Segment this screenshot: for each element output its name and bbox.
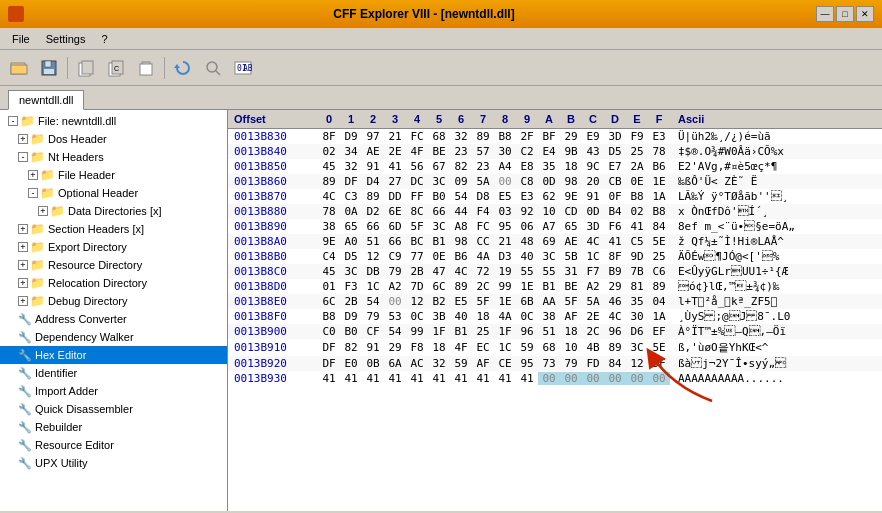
hex-byte[interactable]: E0 <box>340 357 362 370</box>
hex-byte[interactable]: B9 <box>604 265 626 278</box>
hex-byte[interactable]: 03 <box>494 205 516 218</box>
hex-byte[interactable]: 96 <box>604 325 626 338</box>
hex-byte[interactable]: 4C <box>582 235 604 248</box>
hex-byte[interactable]: 1F <box>428 325 450 338</box>
hex-byte[interactable]: A8 <box>450 220 472 233</box>
hex-byte[interactable]: F3 <box>340 280 362 293</box>
hex-byte[interactable]: 00 <box>384 295 406 308</box>
hex-byte[interactable]: 65 <box>340 220 362 233</box>
hex-byte[interactable]: 41 <box>384 372 406 385</box>
hex-byte[interactable]: 9C <box>582 160 604 173</box>
expand-icon[interactable]: + <box>18 296 28 306</box>
hex-byte[interactable]: 0C <box>516 310 538 323</box>
hex-byte[interactable]: 5A <box>582 295 604 308</box>
hex-byte[interactable]: E5 <box>494 190 516 203</box>
hex-byte[interactable]: F8 <box>406 341 428 354</box>
hex-byte[interactable]: AC <box>406 357 428 370</box>
hex-byte[interactable]: 00 <box>538 372 560 385</box>
menu-file[interactable]: File <box>4 31 38 47</box>
hex-byte[interactable]: 20 <box>582 175 604 188</box>
close-button[interactable]: ✕ <box>856 6 874 22</box>
hex-byte[interactable]: 2B <box>406 265 428 278</box>
hex-byte[interactable]: 0E <box>428 250 450 263</box>
hex-byte[interactable]: 9F <box>648 357 670 370</box>
hex-byte[interactable]: B8 <box>648 205 670 218</box>
hex-byte[interactable]: 45 <box>318 265 340 278</box>
hex-byte[interactable]: 5F <box>406 220 428 233</box>
hex-byte[interactable]: 98 <box>450 235 472 248</box>
hex-byte[interactable]: 32 <box>340 160 362 173</box>
hex-byte[interactable]: 5F <box>560 295 582 308</box>
hex-byte[interactable]: 7D <box>406 280 428 293</box>
hex-byte[interactable]: E5 <box>450 295 472 308</box>
expand-icon[interactable]: + <box>38 206 48 216</box>
hex-byte[interactable]: 92 <box>516 205 538 218</box>
expand-icon[interactable]: + <box>18 278 28 288</box>
hex-byte[interactable]: FF <box>406 190 428 203</box>
hex-byte[interactable]: 84 <box>604 357 626 370</box>
hex-byte[interactable]: 6C <box>428 280 450 293</box>
tree-rebuilder[interactable]: 🔧 Rebuilder <box>0 418 227 436</box>
hex-byte[interactable]: BE <box>428 145 450 158</box>
hex-byte[interactable]: 54 <box>384 325 406 338</box>
hex-byte[interactable]: 73 <box>538 357 560 370</box>
hex-byte[interactable]: A2 <box>384 280 406 293</box>
hex-byte[interactable]: C2 <box>516 145 538 158</box>
hex-byte[interactable]: A2 <box>582 280 604 293</box>
hex-byte[interactable]: 79 <box>560 357 582 370</box>
hex-byte[interactable]: E3 <box>516 190 538 203</box>
hex-byte[interactable]: AA <box>538 295 560 308</box>
hex-byte[interactable]: E8 <box>516 160 538 173</box>
hex-byte[interactable]: 0D <box>582 205 604 218</box>
hex-byte[interactable]: A0 <box>340 235 362 248</box>
hex-byte[interactable]: D6 <box>626 325 648 338</box>
hex-byte[interactable]: 41 <box>362 372 384 385</box>
hex-byte[interactable]: 4C <box>318 190 340 203</box>
hex-bytes-cell[interactable]: 6C2B540012B2E55F1E6BAA5F5A463504 <box>318 295 670 308</box>
hex-byte[interactable]: 9E <box>318 235 340 248</box>
hex-byte[interactable]: 18 <box>560 160 582 173</box>
hex-bytes-cell[interactable]: 453CDB792B474C7219555531F7B97BC6 <box>318 265 670 278</box>
hex-byte[interactable]: 0C <box>406 310 428 323</box>
expand-icon[interactable]: - <box>8 116 18 126</box>
hex-byte[interactable]: 89 <box>318 175 340 188</box>
hex-byte[interactable]: 78 <box>648 145 670 158</box>
hex-bytes-cell[interactable]: C0B0CF54991FB1251F9651182C96D6EF <box>318 325 670 338</box>
expand-icon[interactable]: + <box>28 170 38 180</box>
hex-byte[interactable]: BF <box>538 130 560 143</box>
hex-byte[interactable]: B4 <box>604 205 626 218</box>
hex-byte[interactable]: B8 <box>318 310 340 323</box>
hex-byte[interactable]: E4 <box>538 145 560 158</box>
hex-byte[interactable]: 56 <box>406 160 428 173</box>
hex-byte[interactable]: 43 <box>582 145 604 158</box>
hex-byte[interactable]: 10 <box>560 341 582 354</box>
hex-byte[interactable]: 2B <box>340 295 362 308</box>
hex-byte[interactable]: B6 <box>648 160 670 173</box>
hex-byte[interactable]: 6D <box>384 220 406 233</box>
hex-byte[interactable]: CD <box>560 205 582 218</box>
hex-byte[interactable]: 04 <box>648 295 670 308</box>
menu-help[interactable]: ? <box>93 31 115 47</box>
hex-byte[interactable]: 91 <box>362 160 384 173</box>
hex-byte[interactable]: A4 <box>494 160 516 173</box>
hex-byte[interactable]: B0 <box>428 190 450 203</box>
hex-byte[interactable]: C3 <box>340 190 362 203</box>
hex-byte[interactable]: D9 <box>340 310 362 323</box>
tree-hex-editor[interactable]: 🔧 Hex Editor <box>0 346 227 364</box>
hex-byte[interactable]: 41 <box>604 235 626 248</box>
hex-byte[interactable]: B6 <box>450 250 472 263</box>
hex-byte[interactable]: 18 <box>428 341 450 354</box>
hex-bytes-cell[interactable]: DF829129F8184FEC1C5968104B893C5E <box>318 341 670 354</box>
hex-byte[interactable]: 89 <box>472 130 494 143</box>
hex-byte[interactable]: 55 <box>538 265 560 278</box>
open-button[interactable] <box>5 54 33 82</box>
hex-byte[interactable]: 00 <box>626 372 648 385</box>
hex-byte[interactable]: 00 <box>494 175 516 188</box>
hex-byte[interactable]: 54 <box>362 295 384 308</box>
hex-byte[interactable]: 82 <box>340 341 362 354</box>
tree-section-headers[interactable]: + 📁 Section Headers [x] <box>0 220 227 238</box>
hex-bytes-cell[interactable]: 89DFD427DC3C095A00C80D9820CB0E1E <box>318 175 670 188</box>
menu-settings[interactable]: Settings <box>38 31 94 47</box>
tree-export-directory[interactable]: + 📁 Export Directory <box>0 238 227 256</box>
hex-bytes-cell[interactable]: 4532914156678223A4E835189CE72AB6 <box>318 160 670 173</box>
